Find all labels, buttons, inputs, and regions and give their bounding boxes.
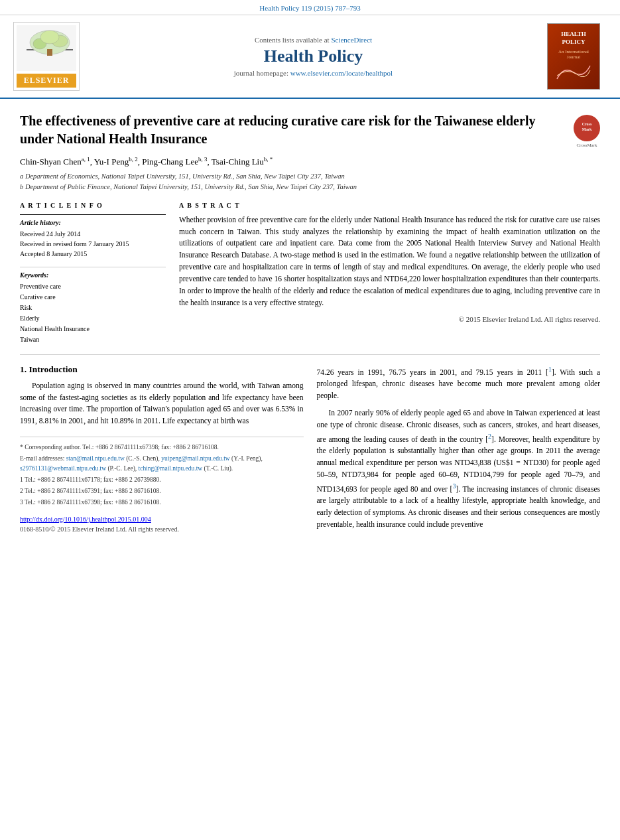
crossmark-icon: Cross Mark [574, 115, 600, 141]
article-history-section: Article history: Received 24 July 2014 R… [20, 214, 166, 259]
footnote-1: 1 Tel.: +886 2 86741111x67178; fax: +886… [20, 475, 304, 484]
cover-subtitle: An International Journal [552, 49, 595, 60]
article-title: The effectiveness of preventive care at … [20, 112, 563, 148]
svg-point-5 [40, 31, 59, 44]
article-title-section: The effectiveness of preventive care at … [20, 112, 600, 148]
footnote-area: * Corresponding author. Tel.: +886 2 867… [20, 437, 304, 508]
journal-homepage-url[interactable]: www.elsevier.com/locate/healthpol [290, 69, 393, 77]
elsevier-brand-label: ELSEVIER [17, 74, 76, 88]
keyword-5: National Health Insurance [20, 324, 166, 334]
received-revised-date: Received in revised form 7 January 2015 [20, 239, 166, 249]
article-info-heading: A R T I C L E I N F O [20, 202, 166, 209]
doi-anchor[interactable]: http://dx.doi.org/10.1016/j.healthpol.20… [20, 516, 151, 523]
keyword-6: Taiwan [20, 334, 166, 345]
affiliations: a Department of Economics, National Taip… [20, 171, 600, 192]
article-content: The effectiveness of preventive care at … [0, 99, 620, 549]
abstract-panel: A B S T R A C T Whether provision of fre… [179, 202, 600, 345]
journal-reference-bar: Health Policy 119 (2015) 787–793 [0, 0, 620, 15]
journal-homepage: journal homepage: www.elsevier.com/locat… [80, 69, 547, 77]
keyword-4: Elderly [20, 313, 166, 324]
keyword-1: Preventive care [20, 281, 166, 292]
copyright-line: © 2015 Elsevier Ireland Ltd. All rights … [179, 315, 600, 323]
email-link-lee[interactable]: s29761131@webmail.ntpu.edu.tw [20, 465, 106, 472]
keywords-label: Keywords: [20, 271, 166, 279]
svg-text:Mark: Mark [582, 127, 592, 131]
affiliation-b: b Department of Public Finance, National… [20, 182, 600, 192]
footnote-emails: E-mail addresses: stan@mail.ntpu.edu.tw … [20, 454, 304, 473]
footnote-2: 2 Tel.: +886 2 86741111x67391; fax: +886… [20, 486, 304, 496]
email-link-liu[interactable]: tching@mail.ntpu.edu.tw [139, 465, 203, 472]
svg-rect-2 [47, 49, 52, 56]
journal-center-info: Contents lists available at ScienceDirec… [80, 36, 547, 77]
history-label: Article history: [20, 219, 166, 226]
email-label: E-mail addresses: [20, 455, 64, 462]
elsevier-logo: ELSEVIER [13, 22, 80, 91]
doi-link: http://dx.doi.org/10.1016/j.healthpol.20… [20, 516, 304, 523]
journal-header: ELSEVIER Contents lists available at Sci… [0, 15, 620, 99]
ref-1: 1 [548, 366, 552, 373]
issn-line: 0168-8510/© 2015 Elsevier Ireland Ltd. A… [20, 525, 304, 533]
body-right-column: 74.26 years in 1991, 76.75 years in 2001… [317, 364, 601, 536]
received-date: Received 24 July 2014 [20, 229, 166, 239]
right-para1: 74.26 years in 1991, 76.75 years in 2001… [317, 364, 601, 402]
journal-title: Health Policy [80, 46, 547, 66]
ref-2: 2 [488, 433, 491, 440]
abstract-heading: A B S T R A C T [179, 202, 600, 209]
article-info-panel: A R T I C L E I N F O Article history: R… [20, 202, 166, 345]
journal-reference-text: Health Policy 119 (2015) 787–793 [259, 4, 360, 12]
body-left-column: 1. Introduction Population aging is obse… [20, 364, 304, 536]
intro-para1: Population aging is observed in many cou… [20, 380, 304, 427]
abstract-text: Whether provision of free preventive car… [179, 214, 600, 309]
science-direct-link: Contents lists available at ScienceDirec… [80, 36, 547, 44]
right-para2: In 2007 nearly 90% of elderly people age… [317, 407, 601, 531]
cover-title-text: HEALTHPOLICY [561, 31, 586, 46]
intro-heading: 1. Introduction [20, 364, 304, 375]
section-divider [20, 354, 600, 355]
keyword-2: Curative care [20, 292, 166, 303]
keyword-3: Risk [20, 303, 166, 313]
email-link-peng[interactable]: yuipeng@mail.ntpu.edu.tw [161, 455, 229, 462]
affiliation-a: a Department of Economics, National Taip… [20, 171, 600, 182]
body-section: 1. Introduction Population aging is obse… [20, 364, 600, 536]
info-abstract-section: A R T I C L E I N F O Article history: R… [20, 202, 600, 345]
footnote-corresponding: * Corresponding author. Tel.: +886 2 867… [20, 443, 304, 452]
svg-text:Cross: Cross [582, 122, 592, 126]
journal-cover-image: HEALTHPOLICY An International Journal [547, 23, 607, 90]
footnote-3: 3 Tel.: +886 2 86741111x67398; fax: +886… [20, 498, 304, 507]
email-link-chen[interactable]: stan@mail.ntpu.edu.tw [66, 455, 125, 462]
ref-3: 3 [452, 482, 456, 490]
authors-line: Chin-Shyan Chena, 1, Yu-I Pengb, 2, Ping… [20, 156, 600, 167]
keywords-section: Keywords: Preventive care Curative care … [20, 267, 166, 345]
crossmark-badge: Cross Mark CrossMark [574, 115, 600, 148]
accepted-date: Accepted 8 January 2015 [20, 249, 166, 259]
elsevier-graphic [17, 25, 76, 71]
crossmark-label: CrossMark [574, 143, 600, 148]
science-direct-anchor[interactable]: ScienceDirect [331, 36, 372, 44]
